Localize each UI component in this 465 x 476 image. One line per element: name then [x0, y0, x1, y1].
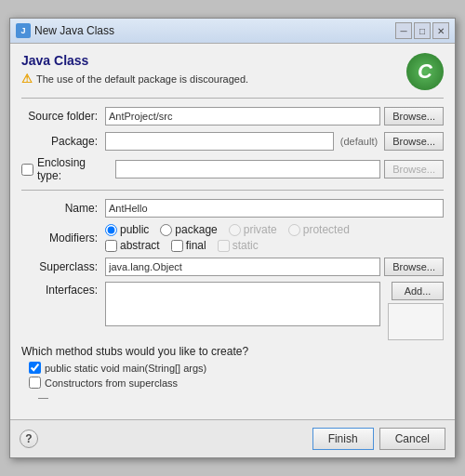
minimize-button[interactable]: ─	[395, 22, 412, 39]
dialog-content: Java Class ⚠ The use of the default pack…	[10, 44, 455, 419]
warning-row: ⚠ The use of the default package is disc…	[21, 72, 248, 86]
enclosing-type-controls: Enclosing type: Browse...	[21, 156, 444, 182]
name-row: Name:	[21, 198, 444, 218]
modifier-public-radio[interactable]	[105, 224, 117, 236]
superclass-controls: Browse...	[105, 258, 444, 276]
section-header: Java Class ⚠ The use of the default pack…	[21, 53, 444, 90]
modifier-final[interactable]: final	[171, 239, 206, 252]
modifiers-checkbox-group: abstract final static	[105, 239, 444, 252]
modifier-abstract-checkbox[interactable]	[105, 240, 117, 252]
interfaces-controls: Add...	[105, 282, 444, 340]
section-title: Java Class	[21, 53, 248, 68]
package-controls: (default) Browse...	[105, 132, 444, 151]
clojure-logo: C	[406, 53, 444, 90]
stub-main-label[interactable]: public static void main(String[] args)	[45, 363, 206, 374]
source-folder-label: Source folder:	[21, 110, 105, 123]
modifier-private[interactable]: private	[229, 223, 277, 236]
section-title-area: Java Class ⚠ The use of the default pack…	[21, 53, 248, 86]
modifiers-row: Modifiers: public package private	[21, 223, 444, 252]
enclosing-type-input[interactable]	[115, 160, 380, 178]
header-divider	[21, 98, 444, 99]
source-folder-browse-button[interactable]: Browse...	[384, 107, 444, 126]
source-folder-input[interactable]	[105, 107, 380, 126]
enclosing-type-row: Enclosing type: Browse...	[21, 156, 444, 182]
modifier-protected-radio	[288, 224, 300, 236]
stub-constructor-label[interactable]: Constructors from superclass	[45, 377, 178, 389]
package-label: Package:	[21, 135, 105, 148]
enclosing-type-label[interactable]: Enclosing type:	[37, 156, 112, 182]
interfaces-row: Interfaces: Add...	[21, 282, 444, 340]
modifier-final-checkbox[interactable]	[171, 240, 183, 252]
source-folder-controls: Browse...	[105, 107, 444, 126]
stub-main-checkbox[interactable]	[29, 362, 41, 374]
superclass-browse-button[interactable]: Browse...	[384, 258, 444, 276]
superclass-label: Superclass:	[21, 260, 105, 273]
finish-button[interactable]: Finish	[312, 428, 374, 450]
modifier-private-radio	[229, 224, 241, 236]
modifier-package-radio[interactable]	[160, 224, 172, 236]
stub-item-constructor: Constructors from superclass	[29, 377, 444, 389]
modifiers-label: Modifiers:	[21, 231, 105, 245]
modifiers-radio-group: public package private protected	[105, 223, 444, 236]
dialog-window: J New Java Class ─ □ ✕ Java Class ⚠ The …	[9, 18, 456, 458]
modifiers-controls: public package private protected	[105, 223, 444, 252]
stubs-question: Which method stubs would you like to cre…	[21, 345, 444, 358]
name-input[interactable]	[105, 199, 444, 218]
titlebar: J New Java Class ─ □ ✕	[10, 19, 455, 44]
name-label: Name:	[21, 202, 105, 215]
source-folder-row: Source folder: Browse...	[21, 106, 444, 126]
modifier-static-checkbox	[218, 240, 230, 252]
package-row: Package: (default) Browse...	[21, 131, 444, 152]
bottom-bar: ? Finish Cancel	[10, 419, 455, 457]
cancel-button[interactable]: Cancel	[379, 428, 445, 450]
dash-line: —	[38, 391, 444, 403]
mid-divider	[21, 190, 444, 191]
warning-icon: ⚠	[21, 72, 33, 86]
stub-constructor-checkbox[interactable]	[29, 377, 41, 389]
enclosing-type-browse-button: Browse...	[384, 160, 444, 178]
stubs-section: Which method stubs would you like to cre…	[21, 345, 444, 403]
package-input[interactable]	[105, 132, 334, 151]
interfaces-textarea[interactable]	[105, 282, 380, 326]
superclass-row: Superclass: Browse...	[21, 257, 444, 277]
modifier-abstract[interactable]: abstract	[105, 239, 160, 252]
action-buttons: Finish Cancel	[312, 428, 445, 450]
maximize-button[interactable]: □	[414, 22, 431, 39]
modifier-static[interactable]: static	[218, 239, 259, 252]
close-button[interactable]: ✕	[432, 22, 449, 39]
interfaces-side-buttons: Add...	[388, 282, 444, 340]
modifier-protected[interactable]: protected	[288, 223, 350, 236]
help-button[interactable]: ?	[20, 430, 38, 448]
window-icon: J	[16, 23, 31, 38]
window-title: New Java Class	[34, 24, 114, 37]
stub-item-main: public static void main(String[] args)	[29, 362, 444, 374]
enclosing-type-checkbox[interactable]	[21, 164, 33, 176]
modifier-package[interactable]: package	[160, 223, 217, 236]
interfaces-add-button[interactable]: Add...	[392, 282, 444, 300]
warning-text: The use of the default package is discou…	[36, 73, 248, 85]
superclass-input[interactable]	[105, 258, 380, 276]
titlebar-left: J New Java Class	[16, 23, 114, 38]
package-browse-button[interactable]: Browse...	[384, 132, 444, 151]
modifier-public[interactable]: public	[105, 223, 149, 236]
interfaces-list-area	[388, 303, 444, 340]
package-default-label: (default)	[338, 136, 380, 147]
name-controls	[105, 199, 444, 218]
titlebar-controls: ─ □ ✕	[395, 22, 449, 39]
interfaces-label: Interfaces:	[21, 282, 105, 297]
